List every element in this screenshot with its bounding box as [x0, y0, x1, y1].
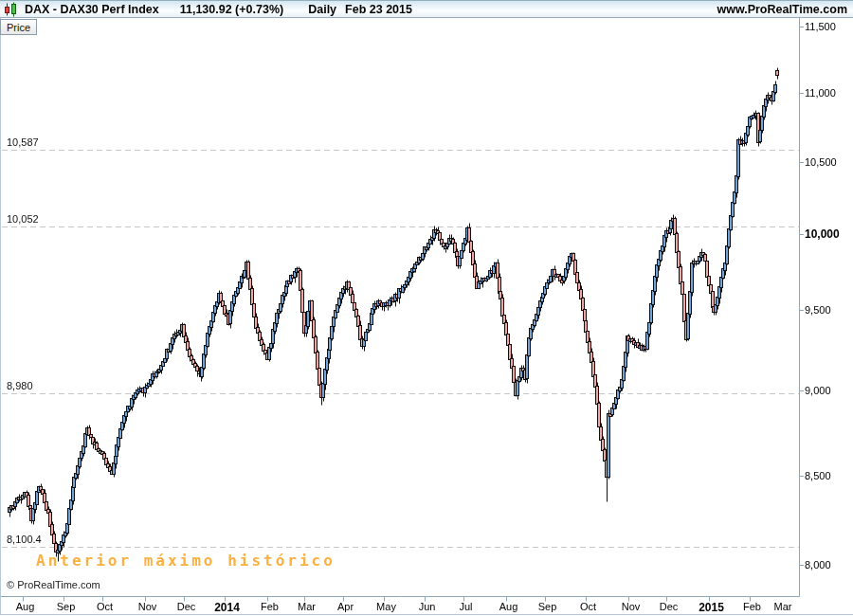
candlestick-icon	[4, 2, 19, 17]
tab-price[interactable]: Price	[0, 19, 37, 35]
instrument-title: DAX - DAX30 Perf Index	[25, 3, 159, 16]
chart-header: DAX - DAX30 Perf Index 11,130.92 (+0.73%…	[0, 0, 853, 18]
timeframe-label[interactable]: Daily	[308, 3, 336, 16]
date-label: Feb 23 2015	[345, 3, 412, 16]
price-chart-canvas[interactable]	[0, 0, 853, 616]
website-link[interactable]: www.ProRealTime.com	[717, 3, 847, 16]
last-price: 11,130.92 (+0.73%)	[180, 3, 283, 16]
prorealtime-window: DAX - DAX30 Perf Index 11,130.92 (+0.73%…	[0, 0, 853, 616]
